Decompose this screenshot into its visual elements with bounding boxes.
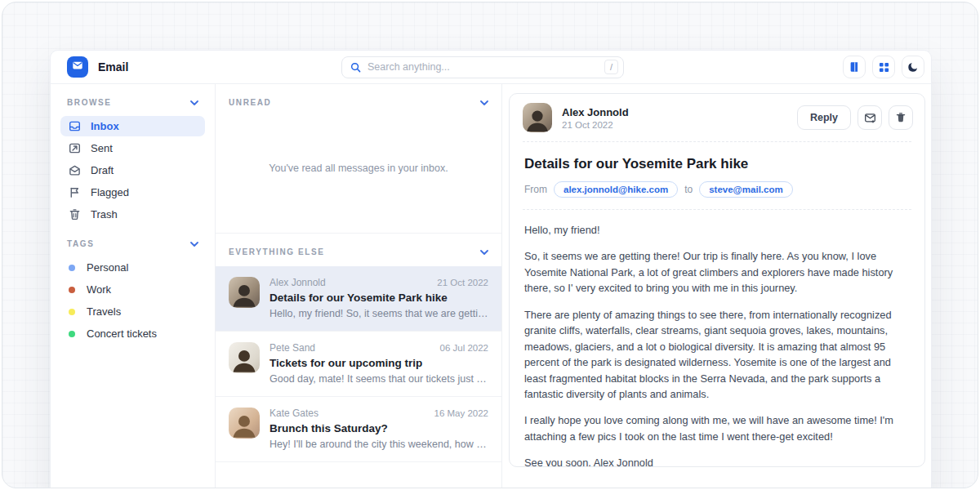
mail-subject: Tickets for our upcoming trip xyxy=(270,357,488,369)
tags-label: TAGS xyxy=(67,239,94,248)
detail-sender-name: Alex Jonnold xyxy=(562,106,629,118)
search-shortcut-badge: / xyxy=(604,60,618,74)
tag-item-work[interactable]: Work xyxy=(60,279,205,300)
tag-color-dot xyxy=(69,331,75,337)
mail-preview: Hey! I'll be around the city this weeken… xyxy=(270,439,488,450)
trash-icon xyxy=(895,112,906,123)
detail-actions: Reply xyxy=(797,105,913,130)
tag-label: Personal xyxy=(87,261,128,274)
mail-preview: Hello, my friend! So, it seems that we a… xyxy=(270,308,488,319)
detail-content: Details for our Yosemite Park hike From … xyxy=(510,142,924,198)
tag-item-travels[interactable]: Travels xyxy=(60,301,205,322)
avatar xyxy=(229,342,260,373)
avatar xyxy=(229,408,260,439)
forward-mail-button[interactable] xyxy=(858,105,882,130)
unread-section-header[interactable]: UNREAD xyxy=(216,84,501,117)
mail-item-content: Kate Gates 16 May 2022 Brunch this Satur… xyxy=(270,408,488,450)
message-list: UNREAD You've read all messages in your … xyxy=(216,84,502,488)
book-icon xyxy=(849,61,860,73)
envelope-icon xyxy=(72,60,83,74)
flag-icon xyxy=(69,186,81,198)
message-detail-area: Alex Jonnold 21 Oct 2022 Reply xyxy=(502,84,931,488)
everything-else-section-header[interactable]: EVERYTHING ELSE xyxy=(216,234,501,266)
delete-mail-button[interactable] xyxy=(889,105,913,130)
sidebar-item-label: Sent xyxy=(91,142,113,154)
chevron-down-icon xyxy=(480,250,488,255)
everything-else-label: EVERYTHING ELSE xyxy=(229,247,325,256)
mail-subject: Details for our Yosemite Park hike xyxy=(270,292,488,304)
page-background: Email / xyxy=(2,2,978,488)
draft-icon xyxy=(69,164,81,176)
sender-name: Kate Gates xyxy=(270,408,318,419)
mail-list-item-kate[interactable]: Kate Gates 16 May 2022 Brunch this Satur… xyxy=(216,397,501,462)
detail-date: 21 Oct 2022 xyxy=(562,120,629,130)
browse-section-header[interactable]: BROWSE xyxy=(60,96,205,116)
sidebar-item-flagged[interactable]: Flagged xyxy=(60,182,205,203)
body-paragraph: There are plenty of amazing things to se… xyxy=(524,307,910,403)
tag-label: Work xyxy=(87,283,111,296)
body-paragraph: So, it seems we are getting there! Our t… xyxy=(524,248,910,296)
app-title: Email xyxy=(98,60,128,74)
chevron-down-icon xyxy=(190,100,198,105)
app-body: BROWSE Inbox Sent xyxy=(51,84,931,488)
tag-item-concert-tickets[interactable]: Concert tickets xyxy=(60,323,205,344)
from-email-chip[interactable]: alex.jonnold@hike.com xyxy=(554,181,678,198)
unread-label: UNREAD xyxy=(229,98,271,107)
moon-icon xyxy=(907,61,919,73)
sidebar-item-label: Draft xyxy=(91,164,114,176)
sidebar-item-label: Trash xyxy=(91,208,118,220)
inbox-icon xyxy=(69,120,81,132)
detail-header: Alex Jonnold 21 Oct 2022 Reply xyxy=(510,94,924,141)
apps-grid-button[interactable] xyxy=(872,56,895,78)
search-icon xyxy=(350,62,361,73)
tags-section-header[interactable]: TAGS xyxy=(60,238,205,257)
sidebar-item-trash[interactable]: Trash xyxy=(60,204,205,225)
tag-item-personal[interactable]: Personal xyxy=(60,257,205,278)
from-to-row: From alex.jonnold@hike.com to steve@mail… xyxy=(524,181,910,198)
from-label: From xyxy=(524,184,547,195)
sidebar-item-sent[interactable]: Sent xyxy=(60,138,205,158)
search-bar[interactable]: / xyxy=(341,56,624,78)
email-app-window: Email / xyxy=(50,50,932,488)
app-logo xyxy=(67,56,88,78)
unread-empty-message: You've read all messages in your inbox. xyxy=(216,117,501,234)
search-input[interactable] xyxy=(368,61,604,73)
tag-color-dot xyxy=(69,309,75,315)
trash-icon xyxy=(69,208,81,220)
mail-list-item-pete[interactable]: Pete Sand 06 Jul 2022 Tickets for our up… xyxy=(216,332,501,397)
body-paragraph: I really hope you love coming along with… xyxy=(524,412,910,444)
sidebar-item-label: Flagged xyxy=(91,186,129,198)
mail-date: 16 May 2022 xyxy=(434,408,489,418)
tags-section: TAGS Personal Work xyxy=(60,238,205,344)
header-actions xyxy=(843,56,924,78)
chevron-down-icon xyxy=(480,100,488,105)
message-detail-panel: Alex Jonnold 21 Oct 2022 Reply xyxy=(509,93,925,467)
to-email-chip[interactable]: steve@mail.com xyxy=(699,181,792,198)
mail-date: 06 Jul 2022 xyxy=(440,343,488,353)
mail-subject: Brunch this Saturday? xyxy=(270,422,488,434)
sidebar-item-draft[interactable]: Draft xyxy=(60,160,205,180)
tag-color-dot xyxy=(69,265,75,271)
grid-icon xyxy=(879,62,889,73)
mail-item-content: Pete Sand 06 Jul 2022 Tickets for our up… xyxy=(270,342,488,385)
mail-plus-icon xyxy=(864,112,876,124)
chevron-down-icon xyxy=(190,242,198,247)
tag-label: Concert tickets xyxy=(87,327,157,340)
book-button[interactable] xyxy=(843,56,866,78)
reply-button[interactable]: Reply xyxy=(797,105,851,130)
avatar xyxy=(523,103,552,132)
dark-mode-button[interactable] xyxy=(902,56,924,78)
sender-name: Pete Sand xyxy=(270,342,315,354)
mail-item-content: Alex Jonnold 21 Oct 2022 Details for our… xyxy=(270,277,488,319)
detail-subject: Details for our Yosemite Park hike xyxy=(524,156,910,172)
sent-icon xyxy=(69,142,81,154)
mail-date: 21 Oct 2022 xyxy=(437,278,488,287)
sender-name: Alex Jonnold xyxy=(270,277,326,288)
sidebar-item-label: Inbox xyxy=(91,120,119,132)
mail-preview: Good day, mate! It seems that our ticket… xyxy=(270,373,488,385)
to-label: to xyxy=(684,184,693,195)
mail-list-item-alex[interactable]: Alex Jonnold 21 Oct 2022 Details for our… xyxy=(216,266,501,332)
tag-color-dot xyxy=(69,287,75,293)
sidebar-item-inbox[interactable]: Inbox xyxy=(60,116,205,136)
avatar xyxy=(229,277,260,308)
